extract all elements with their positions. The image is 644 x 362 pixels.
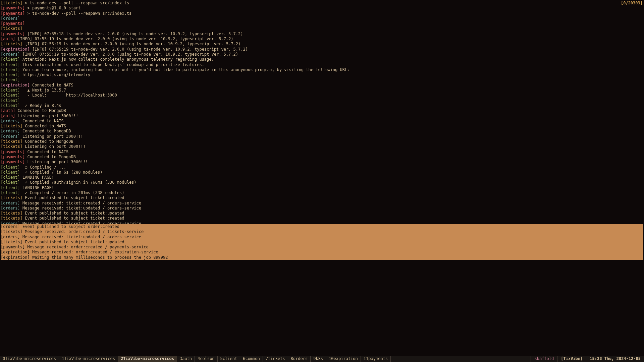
service-tag: [payments] [1, 21, 25, 26]
tmux-tab-TixVibe-microservices[interactable]: 2 TixVibe-microservices [118, 356, 177, 362]
highlight-log-line: [tickets] Message received: order:create… [1, 229, 643, 234]
tmux-tab-payments[interactable]: 11 payments [361, 356, 391, 362]
highlight-log-line: [expiration] Message received: order:cre… [1, 250, 643, 255]
service-tag: [tickets] [1, 26, 22, 31]
service-tag: [client] [1, 170, 20, 175]
log-message: [INFO] 07:55:19 ts-node-dev ver. 2.0.0 (… [22, 42, 240, 46]
highlighted-search-region: [orders] Event published to subject orde… [1, 224, 643, 260]
log-message: You can learn more, including how to opt… [20, 67, 350, 72]
log-message: [INFO] 07:55:19 ts-node-dev ver. 2.0.0 (… [30, 47, 248, 52]
log-message: Listening on port 3000!!! [15, 114, 78, 118]
log-message: Listening on port 3000!!! [20, 134, 83, 139]
tmux-tab-client[interactable]: 5 client [218, 356, 240, 362]
log-line: [orders] Listening on port 3000!!! [1, 134, 643, 139]
log-message: Message received: ticket:updated / order… [20, 206, 141, 210]
service-tag: [orders] [1, 201, 20, 205]
service-tag: [client] [1, 57, 20, 62]
log-message: ○ Compiling / ... [20, 165, 66, 170]
log-line: [client] ○ Compiling / ... [1, 165, 643, 170]
log-line: [tickets] Connected to MongoDB [1, 139, 643, 144]
tmux-tab-common[interactable]: 6 common [240, 356, 263, 362]
log-message: Listening on port 3000!!! [25, 160, 88, 164]
log-line: [expiration] [INFO] 07:55:19 ts-node-dev… [1, 47, 643, 52]
tmux-tab-auth[interactable]: 3 auth [177, 356, 195, 362]
service-tag: [payments] [1, 6, 25, 10]
service-tag: [client] [1, 165, 20, 170]
log-line: [client] ✓ Compiled /_error in 201ms (33… [1, 190, 643, 195]
log-line: [payments] Connected to NATS [1, 149, 643, 155]
tab-label: TixVibe-microservices [123, 356, 174, 361]
log-message: Event published to subject ticket:create… [22, 195, 124, 200]
tab-label: payments [368, 356, 388, 361]
highlight-log-line: [orders] Message received: ticket:update… [1, 235, 643, 240]
service-tag: [tickets] [1, 139, 22, 144]
log-message: Connected to MongoDB [15, 108, 66, 113]
tab-label: TixVibe-microservices [5, 356, 56, 361]
tmux-tab-TixVibe-microservices[interactable]: 0 TixVibe-microservices [0, 356, 59, 362]
log-line: [client] [1, 98, 643, 103]
log-line: [tickets] [1, 26, 643, 31]
service-tag: [client] [1, 185, 20, 190]
log-line: [orders] [1, 16, 643, 21]
status-datetime: 15:38 Thu, 2024-12-05 [586, 356, 644, 362]
log-message: LANDING PAGE! [20, 185, 54, 190]
status-context: skaffold [531, 356, 557, 362]
service-tag: [auth] [1, 37, 15, 41]
log-message: Connected to MongoDB [25, 155, 76, 159]
log-message: Event published to subject ticket:update… [22, 211, 124, 216]
service-tag: [tickets] [1, 144, 22, 149]
terminal-output[interactable]: [tickets] > ts-node-dev --poll --respawn… [0, 0, 644, 227]
service-tag: [tickets] [1, 42, 22, 46]
log-line: [payments] [1, 21, 643, 26]
log-line: [auth] Connected to MongoDB [1, 108, 643, 113]
log-line: [tickets] > ts-node-dev --poll --respawn… [1, 1, 643, 6]
log-line: [orders] Connected to MongoDB [1, 129, 643, 134]
tab-index: 8 [291, 356, 293, 361]
tab-index: 10 [329, 356, 333, 361]
tab-index: 3 [180, 356, 182, 361]
highlight-log-line: [expiration] Waiting this many milliseco… [1, 255, 643, 260]
log-line: [tickets] Connected to NATS [1, 124, 643, 129]
tab-label: k8s [316, 356, 323, 361]
tab-label: tickets [268, 356, 285, 361]
service-tag: [tickets] [1, 124, 22, 128]
service-tag: [orders] [1, 129, 20, 133]
log-message: > payments@1.0.0 start [25, 6, 80, 10]
log-line: [tickets] Event published to subject tic… [1, 195, 643, 200]
log-message: > ts-node-dev --poll --respawn src/index… [25, 11, 131, 16]
tab-label: common [245, 356, 260, 361]
log-message: ✓ Compiled /auth/signin in 766ms (336 mo… [20, 180, 137, 185]
tab-index: 1 [62, 356, 64, 361]
highlight-log-line: [tickets] Event published to subject tic… [1, 240, 643, 245]
tmux-tab-tickets[interactable]: 7 tickets [263, 356, 288, 362]
log-line: [auth] Listening on port 3000!!! [1, 114, 643, 119]
log-line: [payments] > ts-node-dev --poll --respaw… [1, 11, 643, 16]
log-line: [client] LANDING PAGE! [1, 175, 643, 180]
tmux-tab-orders[interactable]: 8 orders [288, 356, 311, 362]
log-line: [client] You can learn more, including h… [1, 67, 643, 72]
tmux-tab-expiration[interactable]: 10 expiration [326, 356, 361, 362]
log-line: [tickets] Listening on port 3000!!! [1, 144, 643, 149]
log-line: [orders] Connected to NATS [1, 119, 643, 124]
service-tag: [expiration] [1, 83, 30, 87]
log-line: [tickets] Event published to subject tic… [1, 216, 643, 221]
log-line: [client] Attention: Next.js now collects… [1, 57, 643, 62]
service-tag: [tickets] [1, 216, 22, 221]
log-message: [INFO] 07:55:18 ts-node-dev ver. 2.0.0 (… [25, 32, 243, 36]
log-line: [orders] [INFO] 07:55:19 ts-node-dev ver… [1, 52, 643, 57]
tab-label: TixVibe-microservices [64, 356, 115, 361]
log-message: https://nextjs.org/telemetry [20, 72, 91, 77]
tmux-tab-k8s[interactable]: 9 k8s [311, 356, 326, 362]
log-message: Connected to NATS [22, 124, 66, 128]
log-message: ✓ Compiled /_error in 201ms (338 modules… [20, 190, 124, 195]
service-tag: [expiration] [1, 47, 30, 52]
service-tag: [tickets] [1, 1, 22, 5]
tmux-tab-TixVibe-microservices[interactable]: 1 TixVibe-microservices [59, 356, 118, 362]
status-session: [TixVibe] [557, 356, 586, 362]
status-right: skaffold [TixVibe] 15:38 Thu, 2024-12-05 [531, 356, 644, 362]
log-line: [auth] [INFO] 07:55:19 ts-node-dev ver. … [1, 37, 643, 42]
highlight-log-line: [payments] Message received: order:creat… [1, 245, 643, 250]
log-message: ✓ Compiled / in 6s (288 modules) [20, 170, 103, 175]
tmux-tab-colson[interactable]: 4 colson [195, 356, 218, 362]
tab-index: 0 [3, 356, 5, 361]
